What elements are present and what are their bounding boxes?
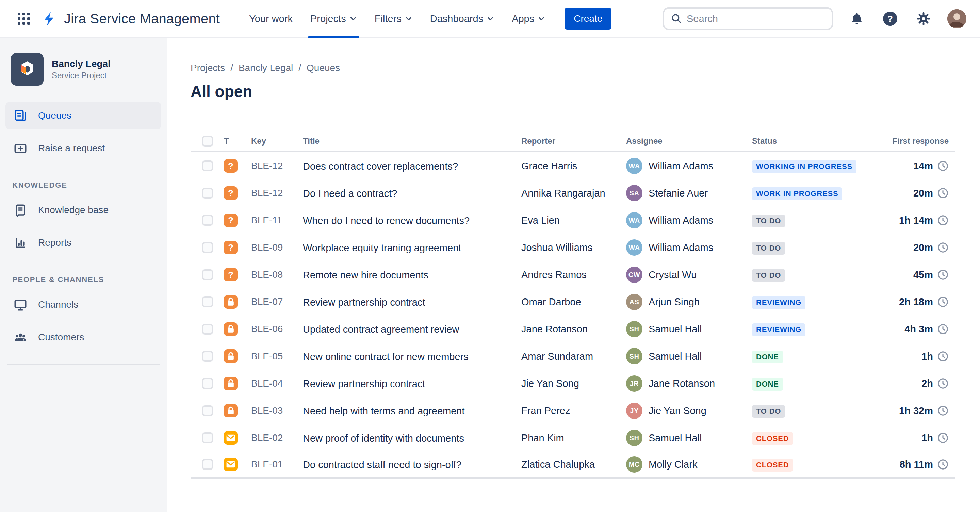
table-row[interactable]: BLE-06 Updated contract agreement review… [191,315,956,343]
table-row[interactable]: BLE-07 Review partnership contract Omar … [191,288,956,315]
issue-title-link[interactable]: Workplace equity traning agreement [303,243,461,253]
settings-icon[interactable] [914,9,933,28]
issue-title-link[interactable]: Review partnership contract [303,297,425,308]
assignee-name: Jie Yan Song [649,405,706,417]
table-row[interactable]: ? BLE-12 Does contract cover replacement… [191,152,956,179]
queues-icon [12,108,29,123]
issue-key[interactable]: BLE-05 [251,351,303,362]
assignee-avatar: SH [626,321,643,337]
issue-key[interactable]: BLE-12 [251,160,303,171]
column-header-reporter: Reporter [521,136,626,146]
project-logo-icon[interactable] [11,53,43,86]
sidebar-item-raise-a-request[interactable]: Raise a request [5,135,161,162]
sidebar-item-channels[interactable]: Channels [5,291,161,318]
issue-title-link[interactable]: Review partnership contract [303,378,425,389]
issue-key[interactable]: BLE-08 [251,269,303,280]
table-row[interactable]: BLE-05 New online contract for new membe… [191,343,956,370]
issue-title-link[interactable]: Do I need a contract? [303,188,397,199]
sidebar-item-reports[interactable]: Reports [5,229,161,256]
row-checkbox[interactable] [202,188,213,198]
chevron-down-icon [487,15,494,22]
clock-icon [937,269,949,281]
reporter-name: Amar Sundaram [521,351,626,362]
nav-projects[interactable]: Projects [310,0,357,38]
first-response-time: 1h 32m [899,405,933,417]
assignee-name: Arjun Singh [649,296,700,308]
assignee-avatar: JY [626,403,643,419]
breadcrumb-project[interactable]: Bancly Legal [239,63,293,73]
sidebar-item-label: Channels [38,299,78,310]
queue-table: T Key Title Reporter Assignee Status Fir… [191,131,956,479]
issue-key[interactable]: BLE-12 [251,188,303,198]
help-icon[interactable]: ? [881,9,900,28]
column-header-status: Status [752,136,879,146]
issue-title-link[interactable]: Updated contract agreement review [303,324,459,335]
row-checkbox[interactable] [202,433,213,443]
issue-title-link[interactable]: Does contract cover replacements? [303,161,458,172]
request-type-icon [224,431,237,445]
chevron-down-icon [405,15,412,22]
issue-title-link[interactable]: When do I need to renew documents? [303,215,469,226]
project-type: Service Project [52,71,111,80]
assignee-name: Stefanie Auer [649,188,708,199]
sidebar-item-label: Knowledge base [38,204,108,216]
row-checkbox[interactable] [202,215,213,226]
issue-key[interactable]: BLE-11 [251,215,303,226]
sidebar-item-knowledge-base[interactable]: Knowledge base [5,197,161,224]
global-search[interactable] [663,8,833,30]
breadcrumb-queues[interactable]: Queues [307,63,340,73]
table-row[interactable]: BLE-02 New proof of identity with docume… [191,424,956,452]
row-checkbox[interactable] [202,296,213,308]
assignee-avatar: WA [626,239,643,256]
issue-key[interactable]: BLE-09 [251,242,303,253]
issue-title-link[interactable]: Do contracted staff need to sign-off? [303,459,461,470]
table-row[interactable]: ? BLE-09 Workplace equity traning agreem… [191,234,956,261]
row-checkbox[interactable] [202,242,213,253]
table-row[interactable]: ? BLE-12 Do I need a contract? Annika Ra… [191,179,956,207]
issue-key[interactable]: BLE-04 [251,378,303,389]
sidebar-item-customers[interactable]: Customers [5,323,161,351]
nav-your-work[interactable]: Your work [249,0,293,38]
breadcrumb-projects[interactable]: Projects [191,63,225,73]
issue-title-link[interactable]: New proof of identity with documents [303,433,464,444]
nav-filters[interactable]: Filters [375,0,412,38]
row-checkbox[interactable] [202,378,213,389]
issue-title-link[interactable]: Remote new hire documents [303,269,428,281]
row-checkbox[interactable] [202,160,213,171]
issue-title-link[interactable]: New online contract for new members [303,351,469,362]
assignee-name: Samuel Hall [649,351,702,362]
nav-apps[interactable]: Apps [512,0,545,38]
table-row[interactable]: BLE-04 Review partnership contract Jie Y… [191,370,956,397]
notifications-icon[interactable] [847,9,866,28]
issue-title-link[interactable]: Need help with terms and agreement [303,406,465,417]
raise-request-icon [12,141,29,155]
app-switcher-icon[interactable] [12,7,35,30]
table-row[interactable]: ? BLE-08 Remote new hire documents Andre… [191,261,956,288]
search-icon [671,13,682,24]
reporter-name: Phan Kim [521,433,626,444]
issue-key[interactable]: BLE-07 [251,296,303,308]
assignee-avatar: SH [626,348,643,365]
first-response-time: 4h 3m [904,323,933,335]
jira-brand-home[interactable]: Jira Service Management [42,11,220,27]
user-avatar[interactable] [947,9,966,28]
sidebar-item-queues[interactable]: Queues [5,102,161,129]
row-checkbox[interactable] [202,405,213,416]
row-checkbox[interactable] [202,351,213,362]
table-row[interactable]: BLE-03 Need help with terms and agreemen… [191,397,956,424]
table-row[interactable]: ? BLE-11 When do I need to renew documen… [191,207,956,234]
create-button[interactable]: Create [565,8,611,30]
nav-dashboards[interactable]: Dashboards [430,0,494,38]
select-all-checkbox[interactable] [202,136,213,146]
issue-key[interactable]: BLE-01 [251,459,303,470]
search-input[interactable] [687,13,825,24]
row-checkbox[interactable] [202,459,213,470]
row-checkbox[interactable] [202,269,213,280]
status-badge: TO DO [752,214,785,227]
issue-key[interactable]: BLE-06 [251,323,303,334]
issue-key[interactable]: BLE-02 [251,433,303,443]
table-row[interactable]: BLE-01 Do contracted staff need to sign-… [191,452,956,479]
row-checkbox[interactable] [202,323,213,334]
clock-icon [937,242,949,253]
issue-key[interactable]: BLE-03 [251,405,303,416]
